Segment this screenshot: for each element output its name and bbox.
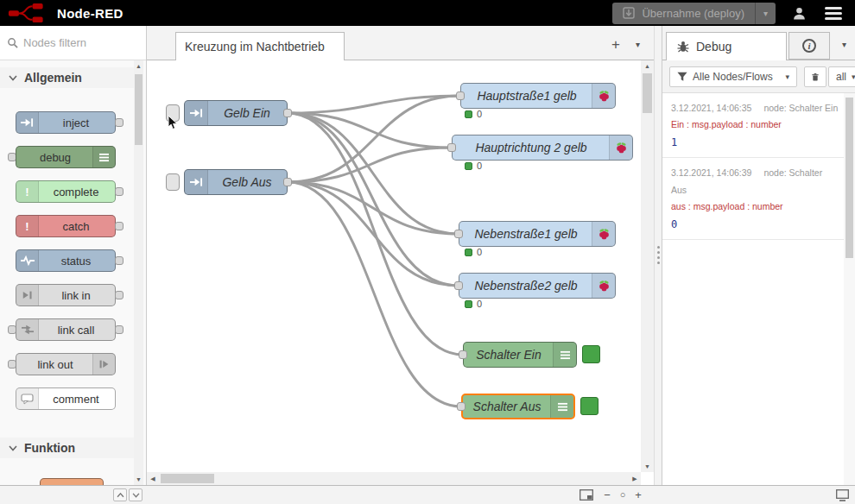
scroll-up-arrow[interactable]: ▲ bbox=[641, 60, 654, 72]
wire[interactable] bbox=[288, 148, 452, 182]
zoom-out-button[interactable]: − bbox=[599, 487, 615, 502]
input-port[interactable] bbox=[454, 281, 463, 290]
node-schalter-ein[interactable]: Schalter Ein bbox=[463, 342, 577, 368]
zoom-in-button[interactable]: + bbox=[630, 487, 646, 502]
output-port bbox=[115, 222, 124, 230]
palette-scrollbar: ▲ ▼ bbox=[134, 60, 143, 485]
status-text: 0 bbox=[477, 247, 482, 257]
deploy-button[interactable]: Übernahme (deploy) bbox=[612, 3, 755, 24]
scroll-down-arrow[interactable]: ▼ bbox=[641, 461, 654, 472]
scroll-down-arrow[interactable]: ▼ bbox=[134, 474, 143, 485]
palette-node-comment[interactable]: comment bbox=[0, 387, 146, 412]
mouse-cursor bbox=[168, 116, 179, 130]
debug-message: 3.12.2021, 14:06:39node: Schalter Aus au… bbox=[662, 158, 855, 240]
palette-search-input[interactable] bbox=[23, 36, 127, 49]
debug-clear-button[interactable] bbox=[804, 66, 826, 87]
palette-node-link-call[interactable]: link call bbox=[0, 318, 146, 343]
trash-icon bbox=[812, 72, 819, 83]
node-nebenstrasse2-gelb[interactable]: Nebenstraße2 gelb bbox=[459, 273, 616, 299]
status-text: 0 bbox=[477, 299, 482, 309]
filter-funnel-icon bbox=[677, 72, 687, 82]
palette-scroll-down-button[interactable] bbox=[129, 488, 142, 501]
palette-node-function-partial[interactable] bbox=[40, 478, 104, 485]
debug-filter-button[interactable]: Alle Nodes/Flows ▾ bbox=[669, 66, 797, 87]
input-port[interactable] bbox=[454, 230, 463, 238]
scroll-right-arrow[interactable]: ▶ bbox=[629, 472, 641, 485]
deploy-group: Übernahme (deploy) ▾ bbox=[612, 3, 776, 24]
deploy-options-button[interactable]: ▾ bbox=[755, 3, 776, 24]
debug-list-icon bbox=[92, 147, 115, 167]
link-call-icon bbox=[16, 319, 39, 340]
flow-canvas[interactable]: Gelb Ein Gelb Aus Hauptstraße1 gelb bbox=[147, 60, 641, 472]
navigator-toggle-button[interactable] bbox=[580, 489, 593, 503]
node-gelb-aus[interactable]: Gelb Aus bbox=[184, 169, 288, 195]
link-in-icon bbox=[16, 285, 39, 306]
monitor-icon bbox=[836, 489, 849, 501]
input-port[interactable] bbox=[447, 143, 456, 152]
palette-sidebar: Allgemein inject debug bbox=[0, 26, 147, 485]
switch-button[interactable] bbox=[582, 345, 600, 363]
canvas-hscrollbar-thumb[interactable] bbox=[161, 474, 214, 483]
status-dot-green bbox=[465, 249, 472, 256]
sidebar-options-button[interactable]: ▾ bbox=[842, 40, 846, 49]
debug-scrollbar-thumb[interactable] bbox=[846, 98, 853, 258]
sidebar-splitter[interactable] bbox=[654, 26, 662, 485]
palette-node-inject[interactable]: inject bbox=[0, 111, 146, 135]
debug-message-list: 3.12.2021, 14:06:35node: Schalter Ein Ei… bbox=[662, 93, 855, 485]
output-port bbox=[115, 256, 124, 265]
palette-node-label: complete bbox=[37, 186, 115, 198]
list-icon bbox=[553, 343, 576, 367]
node-gelb-ein[interactable]: Gelb Ein bbox=[184, 100, 288, 126]
main-menu-button[interactable] bbox=[822, 2, 845, 24]
palette-node-label: comment bbox=[37, 393, 115, 406]
palette-node-label: link in bbox=[37, 289, 115, 302]
input-port[interactable] bbox=[459, 350, 467, 359]
palette-scrollbar-thumb[interactable] bbox=[135, 74, 142, 145]
node-schalter-aus[interactable]: Schalter Aus bbox=[461, 394, 575, 419]
debug-clear-scope-button[interactable]: all ▾ bbox=[828, 66, 855, 87]
status-dot-green bbox=[465, 110, 472, 118]
add-flow-button[interactable]: + bbox=[607, 36, 624, 54]
node-hauptstrasse1-gelb[interactable]: Hauptstraße1 gelb bbox=[460, 83, 616, 109]
inject-button[interactable] bbox=[166, 173, 180, 191]
zoom-reset-button[interactable]: ○ bbox=[615, 487, 630, 502]
palette-category-funktion[interactable]: Funktion bbox=[0, 438, 134, 458]
palette-node-link-in[interactable]: link in bbox=[0, 284, 146, 308]
palette-node-label: status bbox=[37, 255, 115, 268]
palette-node-link-out[interactable]: link out bbox=[0, 353, 146, 377]
canvas-vscrollbar: ▲ ▼ bbox=[641, 60, 654, 472]
open-debug-window-button[interactable] bbox=[836, 489, 849, 504]
switch-button[interactable] bbox=[580, 397, 598, 415]
flow-workspace: Kreuzung im Nachtbetrieb + ▾ bbox=[147, 26, 654, 485]
palette-scroll-up-button[interactable] bbox=[113, 488, 127, 501]
deploy-icon bbox=[623, 7, 635, 19]
input-port[interactable] bbox=[457, 402, 466, 411]
node-hauptrichtung-2-gelb[interactable]: Hauptrichtung 2 gelb bbox=[452, 135, 633, 161]
inject-icon bbox=[16, 112, 39, 133]
wire[interactable] bbox=[288, 96, 460, 182]
palette-node-status[interactable]: status bbox=[0, 249, 146, 274]
node-red-logo: Node-RED bbox=[7, 3, 124, 23]
palette-node-catch[interactable]: ! catch bbox=[0, 215, 146, 239]
palette-category-allgemein[interactable]: Allgemein bbox=[0, 67, 134, 88]
node-nebenstrasse1-gelb[interactable]: Nebenstraße1 gelb bbox=[459, 221, 616, 247]
input-port[interactable] bbox=[456, 91, 465, 100]
user-button[interactable] bbox=[788, 2, 810, 24]
node-label: Gelb Aus bbox=[212, 170, 282, 194]
flow-tab[interactable]: Kreuzung im Nachtbetrieb bbox=[175, 32, 345, 60]
flow-list-button[interactable]: ▾ bbox=[636, 40, 640, 49]
tab-debug[interactable]: Debug bbox=[666, 32, 787, 60]
scroll-left-arrow[interactable]: ◀ bbox=[147, 472, 159, 485]
output-port[interactable] bbox=[283, 109, 292, 117]
canvas-vscrollbar-thumb[interactable] bbox=[643, 73, 652, 113]
debug-clear-scope-label: all bbox=[836, 71, 846, 83]
output-port[interactable] bbox=[283, 178, 292, 186]
wire[interactable] bbox=[288, 182, 461, 406]
canvas-hscrollbar: ◀ ▶ bbox=[147, 472, 641, 485]
scroll-up-arrow[interactable]: ▲ bbox=[134, 60, 143, 72]
tab-info[interactable]: i bbox=[788, 32, 830, 60]
flow-tab-label: Kreuzung im Nachtbetrieb bbox=[185, 40, 325, 54]
palette-node-debug[interactable]: debug bbox=[0, 146, 146, 170]
link-out-icon bbox=[92, 354, 115, 375]
palette-node-complete[interactable]: ! complete bbox=[0, 180, 146, 205]
